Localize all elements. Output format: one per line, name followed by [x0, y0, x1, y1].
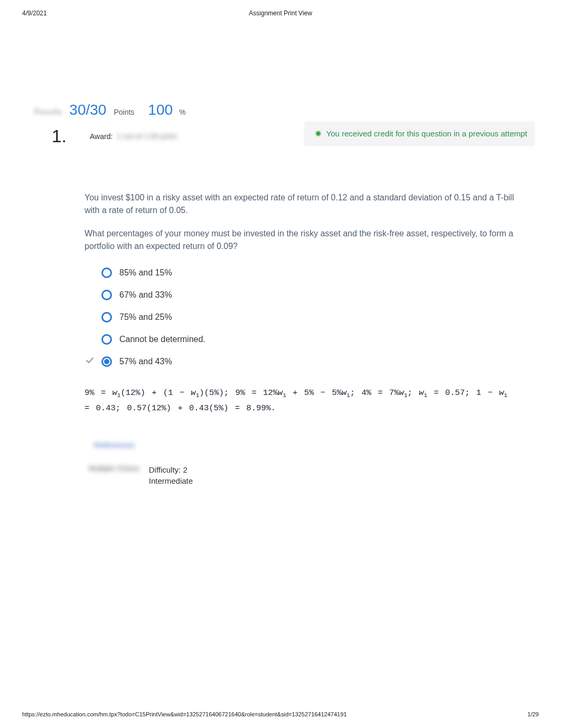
print-title: Assignment Print View: [249, 10, 312, 17]
radio-unchecked-icon[interactable]: [101, 312, 112, 322]
question-text-1: You invest $100 in a risky asset with an…: [85, 191, 518, 217]
checkmark-icon: [86, 356, 94, 367]
references-section: References: [85, 437, 531, 453]
score-percent-value: 100: [148, 102, 173, 118]
option-row[interactable]: 85% and 15%: [101, 268, 531, 278]
award-value-blurred: 1 out of 1.00 point: [117, 132, 177, 140]
meta-row: Multiple Choice Difficulty: 2Intermediat…: [85, 464, 531, 486]
solution-text: 9% = w1(12%) + (1 − w1)(5%); 9% = 12%w1 …: [85, 386, 518, 416]
question-text-2: What percentages of your money must be i…: [85, 227, 518, 253]
option-label: Cannot be determined.: [119, 335, 205, 344]
radio-unchecked-icon[interactable]: [101, 334, 112, 345]
question-type-blurred: Multiple Choice: [85, 464, 139, 473]
radio-unchecked-icon[interactable]: [101, 290, 112, 300]
score-percent-symbol: %: [179, 108, 185, 116]
option-row[interactable]: 57% and 43%: [101, 356, 531, 367]
options-list: 85% and 15% 67% and 33% 75% and 25% Cann…: [101, 268, 531, 367]
footer-page: 1/29: [528, 711, 539, 717]
question-number: 1.: [30, 126, 67, 146]
option-label: 67% and 33%: [119, 290, 172, 300]
credit-banner: You received credit for this question in…: [304, 122, 535, 146]
content: Results 30/30 Points 100 % 1. Award: 1 o…: [0, 102, 561, 486]
footer-url: https://ezto.mheducation.com/hm.tpx?todo…: [22, 711, 347, 717]
option-row[interactable]: 75% and 25%: [101, 312, 531, 322]
print-date: 4/9/2021: [22, 10, 47, 17]
option-label: 57% and 43%: [119, 357, 172, 366]
radio-unchecked-icon[interactable]: [101, 268, 112, 278]
radio-checked-icon[interactable]: [101, 356, 112, 367]
print-header: 4/9/2021 Assignment Print View: [0, 0, 561, 17]
references-link-blurred[interactable]: References: [89, 437, 140, 453]
score-label-blurred: Results: [34, 107, 62, 117]
option-label: 75% and 25%: [119, 312, 172, 322]
option-label: 85% and 15%: [119, 268, 172, 278]
print-footer: https://ezto.mheducation.com/hm.tpx?todo…: [22, 711, 539, 717]
question-body: You invest $100 in a risky asset with an…: [30, 191, 531, 486]
status-dot-icon: [316, 131, 321, 136]
question-header-row: 1. Award: 1 out of 1.00 point You receiv…: [30, 126, 531, 146]
credit-message: You received credit for this question in…: [326, 129, 528, 138]
difficulty-label: Difficulty: 2Intermediate: [149, 464, 193, 486]
score-points-label: Points: [114, 108, 134, 116]
score-points-value: 30/30: [69, 102, 106, 118]
score-line: Results 30/30 Points 100 %: [30, 102, 531, 118]
option-row[interactable]: Cannot be determined.: [101, 334, 531, 345]
option-row[interactable]: 67% and 33%: [101, 290, 531, 300]
award-label: Award:: [90, 132, 113, 141]
